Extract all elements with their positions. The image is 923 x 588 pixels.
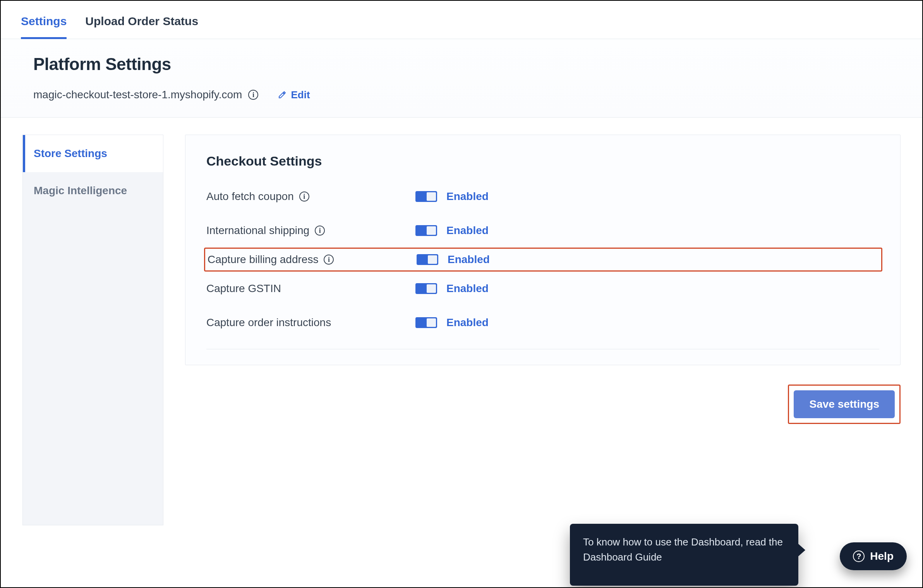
tab-bar: Settings Upload Order Status [1,1,922,39]
save-highlight: Save settings [788,385,901,424]
edit-icon [278,90,287,99]
checkout-settings-card: Checkout Settings Auto fetch coupon i En… [185,135,901,365]
toggle-state: Enabled [446,224,489,237]
setting-label: Capture order instructions [206,316,331,329]
store-url: magic-checkout-test-store-1.myshopify.co… [33,89,242,101]
help-icon: ? [853,550,865,562]
tab-settings[interactable]: Settings [21,15,67,39]
toggle-state: Enabled [446,316,489,329]
setting-row-international-shipping: International shipping i Enabled [206,214,879,248]
toggle-state: Enabled [446,190,489,203]
toggle-capture-gstin[interactable] [415,283,437,294]
help-label: Help [870,550,894,562]
sidebar-item-store-settings[interactable]: Store Settings [23,135,163,172]
help-button[interactable]: ? Help [840,542,907,570]
toggle-state: Enabled [446,282,489,295]
setting-label: Auto fetch coupon [206,190,294,203]
setting-row-capture-order-instructions: Capture order instructions Enabled [206,306,879,340]
page-header: Platform Settings magic-checkout-test-st… [1,39,922,118]
save-settings-button[interactable]: Save settings [794,390,895,418]
divider [206,349,879,349]
toggle-capture-order-instructions[interactable] [415,317,437,328]
toggle-international-shipping[interactable] [415,225,437,236]
edit-button[interactable]: Edit [278,89,310,101]
card-title: Checkout Settings [206,154,879,169]
info-icon[interactable]: i [324,255,334,265]
setting-label: Capture GSTIN [206,282,281,295]
setting-row-capture-billing-address: Capture billing address i Enabled [204,248,882,272]
info-icon[interactable]: i [315,226,325,236]
setting-row-capture-gstin: Capture GSTIN Enabled [206,272,879,306]
toggle-capture-billing-address[interactable] [417,254,438,265]
setting-label: International shipping [206,224,309,237]
toggle-state: Enabled [448,253,490,266]
info-icon[interactable]: i [248,90,258,100]
sidebar-item-magic-intelligence[interactable]: Magic Intelligence [23,172,163,209]
toggle-auto-fetch-coupon[interactable] [415,191,437,202]
setting-label: Capture billing address [208,253,318,266]
dashboard-guide-tooltip: To know how to use the Dashboard, read t… [570,524,798,586]
sidebar: Store Settings Magic Intelligence [22,135,163,525]
info-icon[interactable]: i [299,191,309,202]
tab-upload-order-status[interactable]: Upload Order Status [85,15,198,39]
page-title: Platform Settings [33,55,901,74]
setting-row-auto-fetch-coupon: Auto fetch coupon i Enabled [206,179,879,214]
